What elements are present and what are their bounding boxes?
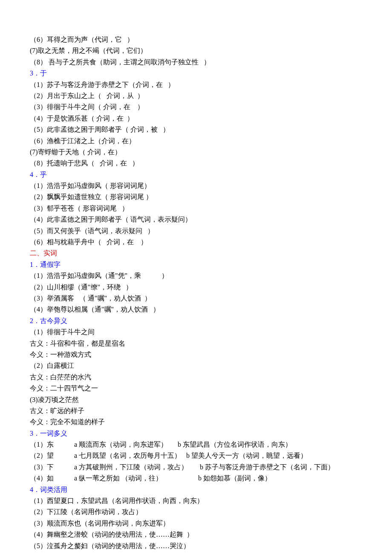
text-line: 古义：斗宿和牛宿，都是星宿名 (30, 338, 362, 349)
text-line: 3．一词多义 (30, 428, 362, 439)
text-line: （1）浩浩乎如冯虚御风（通"凭"，乘 ） (30, 270, 362, 281)
text-line: （2）下江陵（名词用作动词，攻占） (30, 506, 362, 517)
text-line: 古义：旷远的样子 (30, 405, 362, 416)
text-line: （4）如 a 纵一苇之所如 （动词，往） b 如怨如慕（副词，像） (30, 473, 362, 484)
text-line: （1）徘徊于斗牛之间 (30, 327, 362, 338)
text-line: （2）望 a 七月既望（名词，农历每月十五） b 望美人兮天一方（动词，眺望，远… (30, 450, 362, 461)
text-line: （3）徘徊于斗牛之间（ 介词，在 ） (30, 101, 362, 113)
text-line: （4）舞幽壑之潜蛟（动词的使动用法，使……起舞 ） (30, 529, 362, 540)
text-line: （2）月出于东山之上（ 介词，从 ） (30, 90, 362, 101)
text-line: （5）而又何羡乎（语气词，表示疑问 ） (30, 225, 362, 237)
text-line: 4．词类活用 (30, 484, 362, 495)
text-line: （2）飘飘乎如遗世独立（ 形容词词尾 ） (30, 191, 362, 202)
text-line: （4）于是饮酒乐甚（ 介词，在 ） (30, 113, 362, 124)
text-line: （3）举酒属客 （ 通"嘱"，劝人饮酒 ） (30, 293, 362, 304)
text-line: （1）东 a 顺流而东（动词，向东进军） b 东望武昌（方位名词作状语，向东） (30, 439, 362, 450)
text-line: （4）此非孟德之困于周郎者乎（ 语气词，表示疑问） (30, 214, 362, 225)
text-line: （1）苏子与客泛舟游于赤壁之下（介词，在 ） (30, 79, 362, 90)
text-line: （6）相与枕藉乎舟中（ 介词，在 ） (30, 237, 362, 248)
text-line: （1）浩浩乎如冯虚御风（ 形容词词尾） (30, 180, 362, 191)
text-line: （2）山川相缪（通"缭"，环绕 ） (30, 282, 362, 293)
text-line: （8）托遗响于悲风（ 介词，在 ） (30, 158, 362, 169)
text-line: 古义：白茫茫的水汽 (30, 372, 362, 383)
text-line: （8） 吾与子之所共食（助词，主谓之间取消句子独立性 ） (30, 57, 362, 68)
text-line: 2．古今异义 (30, 315, 362, 327)
text-line: （1）西望夏口，东望武昌（名词用作状语，向西，向东） (30, 495, 362, 506)
text-line: 今义：一种游戏方式 (30, 349, 362, 360)
document-body: （6）耳得之而为声（代词，它 ）(7)取之无禁，用之不竭（代词，它们）（8） 吾… (30, 34, 362, 552)
text-line: 3．于 (30, 68, 362, 79)
text-line: 今义：二十四节气之一 (30, 383, 362, 394)
text-line: （4）举匏尊以相属（通"嘱"，劝人饮酒 ） (30, 304, 362, 315)
text-line: （6）耳得之而为声（代词，它 ） (30, 34, 362, 45)
text-line: （5）泣孤舟之嫠妇（动词的使动用法，使……哭泣） (30, 541, 362, 552)
text-line: （3）下 a 方其破荆州，下江陵（动词，攻占） b 苏子与客泛舟游于赤壁之下（名… (30, 462, 362, 473)
text-line: （6）渔樵于江渚之上（介词，在） (30, 136, 362, 147)
text-line: 1．通假字 (30, 259, 362, 270)
text-line: (7)寄蜉蝣于天地（ 介词，在） (30, 147, 362, 158)
text-line: 二、实词 (30, 248, 362, 259)
text-line: （3）顺流而东也（名词用作动词，向东进军） (30, 518, 362, 529)
text-line: （5）此非孟德之困于周郎者乎（ 介词，被 ） (30, 124, 362, 135)
text-line: 今义：完全不知道的样子 (30, 416, 362, 428)
text-line: （2）白露横江 (30, 360, 362, 371)
text-line: (3)凌万顷之茫然 (30, 394, 362, 405)
text-line: 4．乎 (30, 169, 362, 180)
text-line: （3）郁乎苍苍（ 形容词词尾 ） (30, 203, 362, 214)
text-line: (7)取之无禁，用之不竭（代词，它们） (30, 45, 362, 56)
